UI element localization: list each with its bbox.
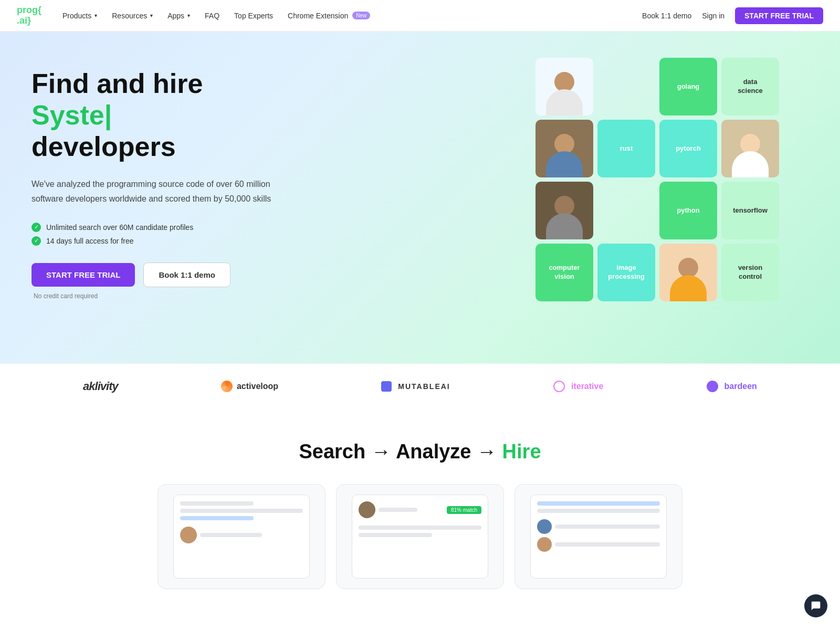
- grid-computer-vision-label: computervision: [549, 264, 580, 281]
- grid-image-processing: imageprocessing: [597, 244, 655, 301]
- check-icon-1: ✓: [32, 223, 41, 232]
- mock-row-7: [537, 509, 660, 513]
- card-inner-hire: [530, 495, 667, 579]
- mock-name-2: [379, 508, 417, 512]
- nav-trial-button[interactable]: START FREE TRIAL: [735, 7, 823, 24]
- bottom-card-analyze: 81% match: [336, 484, 504, 589]
- grid-golang-label: golang: [677, 82, 700, 91]
- new-badge: New: [352, 12, 370, 19]
- grid-golang: golang: [659, 58, 717, 116]
- grid-pytorch: pytorch: [659, 120, 717, 177]
- mock-row-5: [359, 533, 432, 537]
- grid-rust: rust: [597, 120, 655, 177]
- mock-name: [200, 533, 262, 537]
- grid-computer-vision: computervision: [536, 244, 593, 301]
- logo-aklivity: aklivity: [83, 380, 118, 393]
- activeloop-text: activeloop: [237, 382, 278, 391]
- card-inner-search: [173, 495, 310, 579]
- nav-book-demo[interactable]: Book 1:1 demo: [642, 12, 691, 20]
- hero-check-2: ✓ 14 days full access for free: [32, 236, 525, 246]
- person-silhouette-5: [659, 244, 717, 301]
- grid-version-control: versioncontrol: [721, 244, 779, 301]
- person-silhouette-4: [536, 182, 593, 239]
- mock-text-group: [200, 533, 303, 537]
- grid-person-5: [659, 244, 717, 301]
- person-silhouette-1: [536, 58, 593, 116]
- nav-top-experts[interactable]: Top Experts: [234, 12, 273, 20]
- mock-avatar-row-3: [537, 519, 660, 534]
- bottom-title: Search → Analyze → Hire: [32, 440, 808, 463]
- hero-grid: golang datascience rust pytorch: [536, 58, 808, 363]
- person-body-5: [670, 275, 707, 301]
- nav-products[interactable]: Products: [62, 12, 97, 20]
- grid-empty-1: [597, 58, 655, 116]
- grid-version-control-label: versioncontrol: [738, 264, 762, 281]
- activeloop-icon: [221, 381, 233, 392]
- hero-title: Find and hire Syste| developers: [32, 68, 525, 162]
- grid-person-1: [536, 58, 593, 116]
- mock-avatar-2: [359, 501, 375, 518]
- grid-person-2: [536, 120, 593, 177]
- grid-tensorflow: tensorflow: [721, 182, 779, 239]
- nav-resources[interactable]: Resources: [112, 12, 153, 20]
- bottom-card-search: [158, 484, 326, 589]
- navbar: prog{ .ai} Products Resources Apps FAQ T…: [0, 0, 840, 32]
- no-credit-card-notice: No credit card required: [34, 292, 525, 300]
- mock-name-3: [555, 524, 660, 529]
- mock-avatar: [180, 527, 197, 543]
- person-silhouette-2: [536, 120, 593, 177]
- iterative-text: iterative: [571, 382, 603, 391]
- grid-data-science-label: datascience: [738, 78, 763, 96]
- mock-row-3: [180, 516, 254, 520]
- grid-python: python: [659, 182, 717, 239]
- hero-left: Find and hire Syste| developers We've an…: [32, 63, 525, 300]
- hero-title-line1: Find and hire: [32, 68, 203, 99]
- bottom-title-green: Hire: [497, 440, 541, 463]
- nav-faq[interactable]: FAQ: [205, 12, 219, 20]
- logo[interactable]: prog{ .ai}: [17, 5, 41, 26]
- nav-chrome-label: Chrome Extension: [288, 12, 348, 20]
- bottom-section: Search → Analyze → Hire: [0, 409, 840, 605]
- person-body-4: [546, 213, 583, 239]
- bottom-title-part1: Search → Analyze →: [299, 440, 497, 463]
- person-body-1: [546, 89, 583, 116]
- mock-name-4: [555, 542, 660, 547]
- mock-avatar-4: [537, 537, 552, 552]
- hero-check-1-label: Unlimited search over 60M candidate prof…: [46, 223, 193, 232]
- hero-title-line3: developers: [32, 131, 176, 162]
- mock-text-group-2: [379, 508, 444, 512]
- mutableai-icon: [381, 381, 392, 392]
- grid-rust-label: rust: [620, 144, 633, 153]
- grid-person-4: [536, 182, 593, 239]
- hero-title-green: Syste|: [32, 100, 112, 130]
- logo-iterative: iterative: [553, 381, 603, 392]
- logo-line2: .ai}: [17, 15, 31, 26]
- person-body-3: [732, 151, 769, 177]
- card-inner-analyze: 81% match: [352, 495, 488, 579]
- logo-mutableai: MUTABLEAI: [381, 381, 450, 392]
- logo-activeloop: activeloop: [221, 381, 278, 392]
- person-silhouette-3: [721, 120, 779, 177]
- hero-demo-button[interactable]: Book 1:1 demo: [143, 262, 230, 287]
- grid-python-label: python: [677, 206, 699, 215]
- logo-bardeen: bardeen: [707, 381, 757, 392]
- nav-links: Products Resources Apps FAQ Top Experts …: [62, 12, 642, 20]
- hero-check-1: ✓ Unlimited search over 60M candidate pr…: [32, 223, 525, 232]
- nav-sign-in[interactable]: Sign in: [702, 12, 724, 20]
- mock-row-2: [180, 509, 303, 513]
- bardeen-icon: [707, 381, 718, 392]
- aklivity-text: aklivity: [83, 380, 118, 393]
- match-badge: 81% match: [447, 506, 481, 514]
- mock-avatar-row: [180, 527, 303, 543]
- bottom-card-hire: [514, 484, 682, 589]
- bottom-cards: 81% match: [32, 484, 808, 589]
- nav-right: Book 1:1 demo Sign in START FREE TRIAL: [642, 7, 823, 24]
- hero-description: We've analyzed the programming source co…: [32, 177, 284, 205]
- mock-row-6: [537, 501, 660, 506]
- nav-apps[interactable]: Apps: [167, 12, 190, 20]
- nav-chrome[interactable]: Chrome Extension New: [288, 12, 370, 20]
- bardeen-text: bardeen: [724, 382, 757, 391]
- logos-bar: aklivity activeloop MUTABLEAI iterative …: [0, 363, 840, 409]
- person-body-2: [546, 151, 583, 177]
- hero-trial-button[interactable]: START FREE TRIAL: [32, 263, 135, 287]
